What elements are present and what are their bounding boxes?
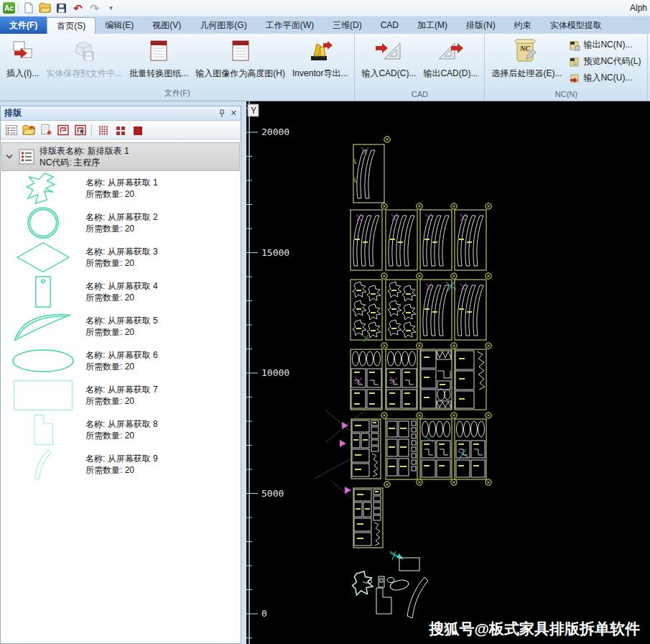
tab-constraints[interactable]: 约束 [505, 17, 541, 34]
nest-sheet [455, 280, 486, 340]
part-list-item[interactable]: 名称: 从屏幕获取 9 所需数量: 20 [1, 447, 241, 482]
tab-home[interactable]: 首页(S) [47, 17, 96, 34]
nest-table-root-item[interactable]: 排版表名称: 新排版表 1 NC代码: 主程序 [1, 142, 240, 171]
nest-sheet [386, 349, 417, 410]
part-name: 名称: 从屏幕获取 8 [85, 418, 158, 430]
source-parts [353, 551, 429, 618]
group-label-nc: NC(N) [488, 88, 644, 101]
select-postprocessor-button[interactable]: NC 选择后处理器(E)... [488, 35, 565, 81]
part-list-item[interactable]: 名称: 从屏幕获取 1 所需数量: 20 [1, 171, 241, 206]
part-list-item[interactable]: 名称: 从屏幕获取 3 所需数量: 20 [1, 240, 241, 275]
part-name: 名称: 从屏幕获取 6 [85, 349, 158, 361]
part-list-item[interactable]: 名称: 从屏幕获取 8 所需数量: 20 [1, 413, 241, 447]
tab-solid-extract[interactable]: 实体模型提取 [541, 17, 611, 34]
tab-cad[interactable]: CAD [371, 17, 408, 34]
postprocessor-icon: NC [513, 37, 540, 65]
inventor-export-icon [307, 37, 333, 65]
nest-list-button[interactable] [4, 122, 19, 137]
ribbon-group-file: 插入(I)... 实体保存到文件中... 批量转换图纸... 输入图像作为高度图… [0, 34, 355, 101]
tab-3d[interactable]: 三维(D) [323, 17, 371, 34]
part-qty: 所需数量: 20 [85, 326, 158, 338]
window-title: Alph [630, 3, 647, 13]
title-bar: Ac ↶ ↷ ▾ Alph [0, 0, 650, 17]
solid-square-button[interactable] [130, 122, 145, 137]
image-heightmap-button[interactable]: 输入图像作为高度图(H) [192, 35, 289, 81]
part-name: 名称: 从屏幕获取 9 [85, 453, 158, 464]
tab-edit[interactable]: 编辑(E) [96, 17, 143, 34]
y-axis-ruler: 20000 15000 10000 5000 0 [246, 101, 289, 644]
part-qty: 所需数量: 20 [85, 395, 158, 407]
open-folder-icon [39, 3, 51, 13]
part-qty: 所需数量: 20 [85, 430, 158, 441]
part-list-item[interactable]: 名称: 从屏幕获取 5 所需数量: 20 [1, 309, 241, 344]
tick-label: 0 [261, 608, 267, 619]
part-thumbnail-arc [1, 448, 85, 481]
preview-nc-button[interactable]: 预览NC代码(L) [567, 55, 643, 68]
part-qty: 所需数量: 20 [85, 188, 158, 200]
part-qty: 所需数量: 20 [85, 292, 158, 303]
quick-access-dropdown[interactable]: ▾ [104, 1, 118, 14]
nest-table-name: 排版表名称: 新排版表 1 [40, 145, 129, 157]
part-name: 名称: 从屏幕获取 5 [85, 315, 158, 326]
part-name: 名称: 从屏幕获取 3 [85, 246, 158, 257]
pin-icon[interactable] [218, 109, 226, 119]
import-cad-icon [374, 37, 403, 65]
output-nc-button[interactable]: 输出NC(N)... [567, 38, 643, 52]
tick-label: 5000 [261, 488, 284, 499]
insert-button[interactable]: 插入(I)... [3, 35, 42, 81]
undo-button[interactable]: ↶ [71, 1, 85, 14]
ribbon-group-cad: 输入CAD(C)... 输出CAD(D)... CAD [355, 34, 485, 101]
save-button[interactable] [55, 1, 68, 14]
nest-sheet [350, 280, 382, 340]
inventor-export-button[interactable]: Inventor导出... [289, 35, 351, 81]
nest-sheet [420, 349, 452, 410]
output-nc-icon [569, 40, 580, 51]
svg-text:Y: Y [251, 106, 256, 116]
part-list-item[interactable]: 名称: 从屏幕获取 6 所需数量: 20 [1, 344, 241, 378]
nest-sheet [351, 419, 381, 479]
batch-convert-button[interactable]: 批量转换图纸... [126, 35, 192, 81]
tab-view[interactable]: 视图(V) [143, 17, 190, 34]
part-qty: 所需数量: 20 [85, 464, 158, 476]
export-cad-button[interactable]: 输出CAD(D)... [419, 35, 481, 81]
input-nc-icon [569, 73, 580, 84]
image-heightmap-icon [230, 37, 251, 65]
tick-label: 15000 [261, 247, 289, 258]
part-list-item[interactable]: 名称: 从屏幕获取 7 所需数量: 20 [1, 378, 241, 413]
panel-toolbar [1, 121, 241, 139]
ribbon: 插入(I)... 实体保存到文件中... 批量转换图纸... 输入图像作为高度图… [0, 34, 650, 101]
tab-file[interactable]: 文件(F) [0, 17, 47, 34]
quad-squares-button[interactable] [113, 122, 128, 137]
open-nest-table-button[interactable] [21, 122, 36, 137]
add-nest-table-button[interactable] [38, 122, 53, 137]
tab-nesting[interactable]: 排版(N) [457, 17, 505, 34]
part-list-item[interactable]: 名称: 从屏幕获取 4 所需数量: 20 [1, 275, 241, 309]
chevron-down-icon[interactable] [5, 153, 14, 160]
input-nc-button[interactable]: 输入NC(U)... [567, 71, 643, 85]
redo-button[interactable]: ↷ [88, 1, 101, 14]
canvas-annotations [315, 281, 469, 559]
solid-save-icon [71, 37, 97, 65]
part-list-item[interactable]: 名称: 从屏幕获取 2 所需数量: 20 [1, 206, 241, 240]
nest-run-button[interactable] [55, 122, 70, 137]
drawing-canvas[interactable]: 20000 15000 10000 5000 0 Y [246, 101, 650, 644]
import-cad-button[interactable]: 输入CAD(C)... [358, 35, 419, 81]
nest-sheet [455, 210, 486, 270]
part-thumbnail-rect-hole [1, 275, 85, 308]
close-icon[interactable]: ✕ [231, 109, 237, 117]
insert-icon [11, 37, 35, 65]
nest-sheet [455, 349, 486, 410]
solid-save-button[interactable]: 实体保存到文件中... [42, 35, 126, 81]
tab-machining[interactable]: 加工(M) [408, 17, 457, 34]
tab-geometry[interactable]: 几何图形(G) [190, 17, 256, 34]
open-file-button[interactable] [38, 1, 52, 14]
nest-run-select-button[interactable] [73, 122, 88, 137]
grid-dots-button[interactable] [96, 122, 111, 137]
panel-title: 排版 [4, 107, 22, 119]
tab-workplane[interactable]: 工作平面(W) [256, 17, 323, 34]
nest-sheet [350, 210, 382, 270]
part-qty: 所需数量: 20 [85, 223, 158, 234]
part-thumbnail-diamond [1, 241, 85, 274]
new-document-button[interactable] [22, 1, 35, 14]
ribbon-group-nc: NC 选择后处理器(E)... 输出NC(N)... 预览NC代码(L) 输入N… [485, 34, 648, 101]
